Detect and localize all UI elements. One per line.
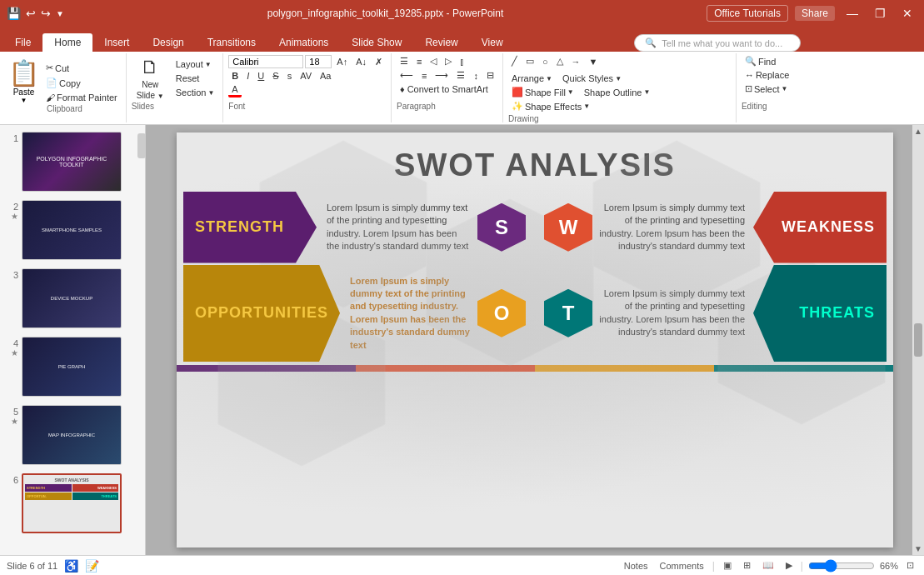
tab-view[interactable]: View xyxy=(470,33,515,52)
comments-button[interactable]: Comments xyxy=(657,561,707,571)
slide-img-4[interactable]: PIE GRAPH xyxy=(22,337,122,397)
bullet-list-button[interactable]: ☰ xyxy=(397,55,412,68)
shape-outline-button[interactable]: Shape Outline ▼ xyxy=(581,87,654,98)
font-color-button[interactable]: A xyxy=(228,83,241,98)
increase-indent-button[interactable]: ▷ xyxy=(442,55,455,68)
tell-me-input[interactable]: 🔍 Tell me what you want to do... xyxy=(634,34,801,52)
close-button[interactable]: ✕ xyxy=(897,5,917,22)
undo-icon[interactable]: ↩ xyxy=(26,7,36,20)
numbered-list-button[interactable]: ≡ xyxy=(413,55,425,68)
align-center-button[interactable]: ≡ xyxy=(418,69,430,82)
tab-review[interactable]: Review xyxy=(413,33,469,52)
new-slide-button[interactable]: 🗋 NewSlide ▼ xyxy=(132,55,169,102)
shape-effects-button[interactable]: ✨ Shape Effects ▼ xyxy=(508,100,593,112)
slide-img-6[interactable]: SWOT ANALYSIS STRENGTH WEAKNESS OPPORTUN… xyxy=(22,473,122,533)
notes-button[interactable]: Notes xyxy=(621,561,652,571)
arrange-button[interactable]: Arrange ▼ xyxy=(508,72,556,84)
find-button[interactable]: 🔍 Find xyxy=(742,55,792,68)
replace-button[interactable]: ↔ Replace xyxy=(742,69,792,81)
notes-mode-icon[interactable]: 📝 xyxy=(85,559,99,572)
slide-thumb-2[interactable]: 2 ★ SMARTPHONE SAMPLES xyxy=(3,198,142,262)
shape-fill-button[interactable]: 🟥 Shape Fill ▼ xyxy=(508,86,577,98)
office-tutorials-link[interactable]: Office Tutorials xyxy=(707,5,788,22)
scroll-up-button[interactable]: ▲ xyxy=(914,127,922,136)
shadow-button[interactable]: s xyxy=(284,70,296,82)
align-right-button[interactable]: ⟶ xyxy=(432,69,452,82)
tab-animations[interactable]: Animations xyxy=(267,33,340,52)
increase-font-button[interactable]: A↑ xyxy=(333,56,351,68)
ribbon-tabs: File Home Insert Design Transitions Anim… xyxy=(0,27,924,52)
redo-icon[interactable]: ↪ xyxy=(41,7,51,20)
font-size-input[interactable] xyxy=(305,55,332,68)
strikethrough-button[interactable]: S xyxy=(269,70,282,82)
decrease-font-button[interactable]: A↓ xyxy=(352,56,370,68)
slide-thumb-5[interactable]: 5 ★ MAP INFOGRAPHIC xyxy=(3,403,142,467)
slide-panel-scroll[interactable]: 1 POLYGON INFOGRAPHIC TOOLKIT 2 ★ SMARTP… xyxy=(0,125,145,555)
paste-button[interactable]: 📋 Paste ▼ xyxy=(8,58,39,104)
slide-img-3[interactable]: DEVICE MOCKUP xyxy=(22,268,122,328)
font-group: A↑ A↓ ✗ B I U S s AV Aa A Font xyxy=(223,53,392,122)
text-direction-button[interactable]: ↕ xyxy=(470,69,482,82)
char-spacing-button[interactable]: AV xyxy=(297,70,315,82)
align-text-button[interactable]: ⊟ xyxy=(483,69,497,82)
italic-button[interactable]: I xyxy=(243,70,252,82)
shape-arrow[interactable]: → xyxy=(568,55,584,68)
tab-file[interactable]: File xyxy=(3,33,42,52)
section-button[interactable]: Section ▼ xyxy=(172,87,218,98)
scroll-down-button[interactable]: ▼ xyxy=(914,544,922,553)
slide-img-2[interactable]: SMARTPHONE SAMPLES xyxy=(22,200,122,260)
shape-rect[interactable]: ▭ xyxy=(522,55,537,68)
slide-img-5[interactable]: MAP INFOGRAPHIC xyxy=(22,405,122,465)
decrease-indent-button[interactable]: ◁ xyxy=(427,55,440,68)
slide-show-button[interactable]: ▶ xyxy=(782,560,796,571)
change-case-button[interactable]: Aa xyxy=(317,70,334,82)
underline-button[interactable]: U xyxy=(254,70,267,82)
shape-line[interactable]: ╱ xyxy=(508,55,521,68)
columns-button[interactable]: ⫿ xyxy=(457,55,468,68)
accessibility-icon[interactable]: ♿ xyxy=(64,559,78,572)
cut-button[interactable]: ✂ Cut xyxy=(42,62,121,74)
smartart-button[interactable]: ♦ Convert to SmartArt xyxy=(397,83,492,95)
scroll-thumb[interactable] xyxy=(914,323,922,357)
share-button[interactable]: Share xyxy=(795,6,835,21)
font-name-input[interactable] xyxy=(228,55,303,68)
tab-transitions[interactable]: Transitions xyxy=(196,33,267,52)
shape-ellipse[interactable]: ○ xyxy=(539,55,552,68)
shape-triangle[interactable]: △ xyxy=(553,55,567,68)
format-painter-button[interactable]: 🖌 Format Painter xyxy=(42,92,121,103)
layout-button[interactable]: Layout ▼ xyxy=(172,58,218,70)
slide-thumb-4[interactable]: 4 ★ PIE GRAPH xyxy=(3,335,142,398)
tab-insert[interactable]: Insert xyxy=(92,33,141,52)
select-button[interactable]: ⊡ Select ▼ xyxy=(742,82,792,95)
tab-design[interactable]: Design xyxy=(141,33,195,52)
zoom-slider[interactable] xyxy=(808,559,875,572)
customize-icon[interactable]: ▼ xyxy=(56,9,64,18)
swot-background: SWOT ANALYSIS STRENGTH Lorem Ipsum is si… xyxy=(177,132,893,548)
slide-thumb-3[interactable]: 3 DEVICE MOCKUP xyxy=(3,267,142,330)
reading-view-button[interactable]: 📖 xyxy=(759,560,777,571)
save-icon[interactable]: 💾 xyxy=(7,7,21,20)
normal-view-button[interactable]: ▣ xyxy=(720,560,735,571)
slide-thumb-6[interactable]: 6 SWOT ANALYSIS STRENGTH WEAKNESS OPPORT… xyxy=(3,472,142,535)
editing-group-label: Editing xyxy=(742,102,792,111)
align-left-button[interactable]: ⟵ xyxy=(397,69,417,82)
slide-img-1[interactable]: POLYGON INFOGRAPHIC TOOLKIT xyxy=(22,132,122,192)
quick-styles-button[interactable]: Quick Styles ▼ xyxy=(559,72,625,84)
fit-slide-button[interactable]: ⊡ xyxy=(903,560,917,571)
restore-button[interactable]: ❐ xyxy=(870,5,891,22)
slide-sorter-button[interactable]: ⊞ xyxy=(740,560,754,571)
paragraph-group-label: Paragraph xyxy=(397,102,497,111)
shapes-more[interactable]: ▼ xyxy=(586,55,602,68)
justify-button[interactable]: ☰ xyxy=(453,69,468,82)
slide-thumb-1[interactable]: 1 POLYGON INFOGRAPHIC TOOLKIT xyxy=(3,130,142,193)
canvas-area[interactable]: SWOT ANALYSIS STRENGTH Lorem Ipsum is si… xyxy=(146,125,924,555)
tab-home[interactable]: Home xyxy=(42,33,92,52)
clear-format-button[interactable]: ✗ xyxy=(372,56,386,68)
canvas-scrollbar[interactable]: ▲ ▼ xyxy=(912,125,924,555)
tab-slideshow[interactable]: Slide Show xyxy=(340,33,413,52)
reset-button[interactable]: Reset xyxy=(172,72,218,84)
bold-button[interactable]: B xyxy=(228,70,242,82)
window-title: polygon_infographic_toolkit_19285.pptx -… xyxy=(64,8,707,19)
copy-button[interactable]: 📄 Copy xyxy=(42,77,121,89)
minimize-button[interactable]: — xyxy=(842,5,863,22)
